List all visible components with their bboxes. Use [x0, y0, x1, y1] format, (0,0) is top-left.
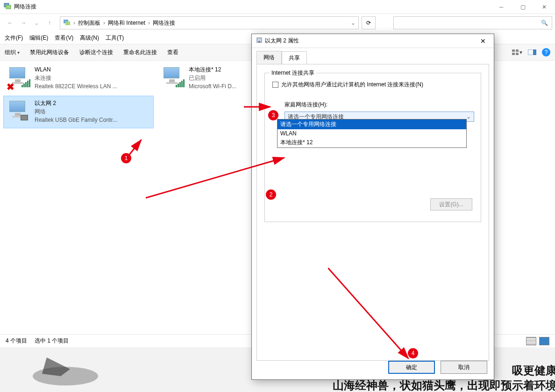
svg-rect-7 [516, 53, 519, 55]
crumb-control-panel[interactable]: 控制面板 [78, 19, 100, 27]
connection-device: Microsoft Wi-Fi D... [189, 82, 236, 91]
window-icon [4, 2, 11, 11]
crumb-network-connections[interactable]: 网络连接 [153, 19, 175, 27]
annotation-badge-1: 1 [121, 153, 131, 163]
connection-status: 已启用 [189, 74, 236, 82]
menu-file[interactable]: 文件(F) [5, 34, 23, 42]
disable-device-button[interactable]: 禁用此网络设备 [30, 49, 69, 56]
connection-name: 以太网 2 [35, 99, 117, 107]
view-status-button[interactable]: 查看 [167, 49, 178, 56]
crumb-sep-icon: › [103, 20, 105, 26]
connection-device: Realtek 8822CE Wireless LAN ... [35, 82, 117, 91]
nav-buttons: ← → ⌄ ↑ [3, 17, 57, 28]
connection-item-ethernet2[interactable]: 以太网 2 网络 Realtek USB GbE Family Contr... [4, 96, 153, 128]
recent-dropdown[interactable]: ⌄ [31, 17, 42, 28]
window-title: 网络连接 [14, 3, 36, 11]
menu-tools[interactable]: 工具(T) [106, 34, 124, 42]
combo-option-placeholder[interactable]: 请选一个专用网络连接 [278, 119, 466, 129]
diagnose-button[interactable]: 诊断这个连接 [79, 49, 113, 56]
connection-item-wlan[interactable]: ✖ WLAN 未连接 Realtek 8822CE Wireless LAN .… [4, 63, 153, 94]
annotation-badge-3: 3 [268, 110, 278, 120]
dialog-tabs: 网络 共享 [252, 48, 494, 64]
connection-item-local12[interactable]: 本地连接* 12 已启用 Microsoft Wi-Fi D... [158, 63, 251, 94]
svg-rect-6 [512, 53, 515, 55]
close-button[interactable]: ✕ [534, 0, 555, 14]
svg-rect-4 [512, 49, 515, 52]
dialog-close-button[interactable]: ✕ [476, 35, 490, 47]
crumb-sep-icon: › [148, 20, 150, 26]
svg-rect-9 [533, 49, 536, 55]
combo-option-local12[interactable]: 本地连接* 12 [278, 138, 466, 147]
ethernet-icon [7, 99, 31, 123]
combo-dropdown-list: 请选一个专用网络连接 WLAN 本地连接* 12 [277, 119, 467, 148]
search-icon: 🔍 [541, 20, 548, 26]
refresh-button[interactable]: ⟳ [362, 16, 376, 29]
status-selected: 选中 1 个项目 [35, 337, 69, 345]
window-titlebar: 网络连接 ─ ▢ ✕ [0, 0, 555, 14]
dialog-title: 以太网 2 属性 [265, 37, 299, 45]
organize-button[interactable]: 组织 [5, 49, 20, 56]
wifi-disconnected-icon: ✖ [7, 65, 31, 90]
connection-name: 本地连接* 12 [189, 65, 236, 74]
properties-dialog: 以太网 2 属性 ✕ 网络 共享 Internet 连接共享 允许其他网络用户通… [251, 34, 494, 380]
breadcrumb[interactable]: › 控制面板 › 网络和 Internet › 网络连接 ⌄ [60, 16, 359, 29]
svg-rect-5 [516, 49, 519, 52]
svg-rect-1 [6, 5, 11, 9]
allow-sharing-label: 允许其他网络用户通过此计算机的 Internet 连接来连接(N) [281, 81, 423, 89]
menu-edit[interactable]: 编辑(E) [29, 34, 48, 42]
window-controls: ─ ▢ ✕ [491, 0, 555, 14]
up-button[interactable]: ↑ [44, 17, 55, 28]
annotation-badge-4: 4 [408, 348, 418, 358]
settings-button[interactable]: 设置(G)... [430, 198, 472, 210]
background-text-2: 山海经神兽，状如猫头鹰，出现即预示着环境 [333, 378, 555, 392]
background-image [28, 348, 107, 390]
rename-button[interactable]: 重命名此连接 [123, 49, 157, 56]
menu-view[interactable]: 查看(V) [55, 34, 73, 42]
fieldset-legend: Internet 连接共享 [270, 69, 316, 77]
annotation-badge-2: 2 [266, 189, 276, 200]
maximize-button[interactable]: ▢ [512, 0, 534, 14]
chevron-down-icon: ⌄ [466, 113, 471, 120]
folder-icon [63, 19, 71, 28]
tab-sharing[interactable]: 共享 [282, 51, 307, 64]
dialog-buttons: 确定 取消 [388, 361, 487, 374]
ics-fieldset: Internet 连接共享 允许其他网络用户通过此计算机的 Internet 连… [264, 73, 481, 222]
crumb-dropdown-icon[interactable]: ⌄ [351, 20, 356, 26]
menu-advanced[interactable]: 高级(N) [80, 34, 99, 42]
combo-option-wlan[interactable]: WLAN [278, 129, 466, 138]
large-icons-view-button[interactable] [539, 337, 549, 345]
allow-sharing-checkbox[interactable] [272, 82, 278, 88]
crumb-sep-icon: › [73, 20, 75, 26]
crumb-network-internet[interactable]: 网络和 Internet [108, 19, 145, 27]
home-network-label: 家庭网络连接(H): [285, 101, 473, 109]
help-button[interactable]: ? [542, 48, 550, 56]
preview-pane-button[interactable] [527, 47, 537, 57]
status-item-count: 4 个项目 [6, 337, 27, 345]
details-view-button[interactable] [526, 337, 536, 345]
svg-rect-12 [258, 41, 260, 42]
search-input[interactable]: 🔍 [393, 16, 552, 29]
address-toolbar: ← → ⌄ ↑ › 控制面板 › 网络和 Internet › 网络连接 ⌄ ⟳… [0, 14, 555, 32]
tab-network[interactable]: 网络 [256, 51, 282, 64]
connection-status: 网络 [35, 107, 117, 116]
connection-name: WLAN [35, 65, 117, 74]
cancel-button[interactable]: 取消 [441, 361, 487, 374]
ethernet-plug-icon [256, 36, 263, 45]
forward-button[interactable]: → [18, 17, 29, 28]
wifi-enabled-icon [161, 65, 185, 90]
view-options-button[interactable]: ▾ [512, 47, 522, 57]
background-text-1: 吸更健康 [512, 363, 555, 378]
dialog-titlebar: 以太网 2 属性 ✕ [252, 34, 494, 48]
ok-button[interactable]: 确定 [388, 361, 435, 374]
dialog-body: Internet 连接共享 允许其他网络用户通过此计算机的 Internet 连… [256, 64, 489, 361]
svg-rect-3 [65, 21, 70, 25]
connection-device: Realtek USB GbE Family Contr... [35, 116, 117, 124]
minimize-button[interactable]: ─ [491, 0, 512, 14]
back-button[interactable]: ← [5, 17, 16, 28]
connection-status: 未连接 [35, 74, 117, 82]
